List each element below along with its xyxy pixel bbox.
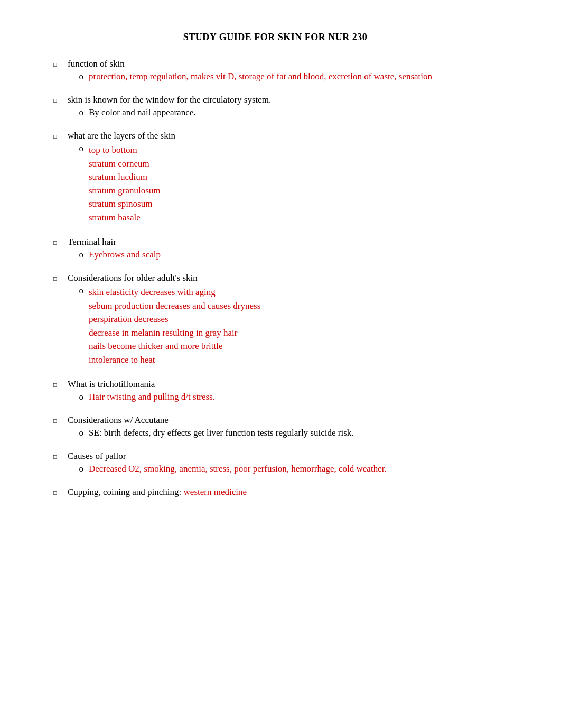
section-content: function of skinoprotection, temp regula…: [68, 59, 498, 83]
sub-line: sebum production decreases and causes dr…: [89, 299, 498, 313]
sub-list: otop to bottomstratum corneumstratum luc…: [68, 143, 498, 224]
page-title: STUDY GUIDE FOR SKIN FOR NUR 230: [53, 32, 498, 43]
sub-item: otop to bottomstratum corneumstratum luc…: [68, 143, 498, 224]
section-pallor: ◻Causes of palloroDecreased O2, smoking,…: [53, 451, 498, 475]
sub-bullet: o: [68, 392, 89, 402]
sub-list: oSE: birth defects, dry effects get live…: [68, 428, 498, 438]
section-content: skin is known for the window for the cir…: [68, 95, 498, 119]
sub-item: oHair twisting and pulling d/t stress.: [68, 392, 498, 402]
section-older-adult-skin: ◻Considerations for older adult's skinos…: [53, 273, 498, 367]
sub-item: oSE: birth defects, dry effects get live…: [68, 428, 498, 438]
bullet-char: ◻: [53, 59, 68, 67]
sub-content: SE: birth defects, dry effects get liver…: [89, 428, 498, 438]
bullet-char: ◻: [53, 415, 68, 423]
sub-item: oskin elasticity decreases with agingseb…: [68, 285, 498, 366]
bullet-char: ◻: [53, 131, 68, 139]
section-label: Cupping, coining and pinching: western m…: [68, 487, 247, 497]
sub-line: top to bottom: [89, 143, 498, 157]
sub-text: SE: birth defects, dry effects get liver…: [89, 428, 354, 438]
sub-content: Decreased O2, smoking, anemia, stress, p…: [89, 464, 498, 474]
sub-content: skin elasticity decreases with agingsebu…: [89, 285, 498, 366]
sub-bullet: o: [68, 285, 89, 296]
sub-item: oDecreased O2, smoking, anemia, stress, …: [68, 464, 498, 474]
sub-bullet: o: [68, 107, 89, 118]
sub-list: oHair twisting and pulling d/t stress.: [68, 392, 498, 402]
sub-text: protection, temp regulation, makes vit D…: [89, 71, 432, 81]
sub-line: intolerance to heat: [89, 353, 498, 367]
section-terminal-hair: ◻Terminal hairoEyebrows and scalp: [53, 237, 498, 261]
sub-bullet: o: [68, 71, 89, 82]
section-label: Considerations for older adult's skin: [68, 273, 498, 283]
sub-line: stratum spinosum: [89, 197, 498, 211]
section-content: Causes of palloroDecreased O2, smoking, …: [68, 451, 498, 475]
section-cupping: ◻Cupping, coining and pinching: western …: [53, 487, 498, 497]
bullet-char: ◻: [53, 451, 68, 459]
section-label: skin is known for the window for the cir…: [68, 95, 498, 105]
sub-content: top to bottomstratum corneumstratum lucd…: [89, 143, 498, 224]
section-content: what are the layers of the skinotop to b…: [68, 131, 498, 225]
sub-text: By color and nail appearance.: [89, 107, 196, 117]
bullet-char: ◻: [53, 379, 68, 388]
section-content: What is trichotillomaniaoHair twisting a…: [68, 379, 498, 403]
section-label: what are the layers of the skin: [68, 131, 498, 141]
sub-list: oEyebrows and scalp: [68, 250, 498, 260]
section-inline-red: western medicine: [184, 487, 247, 497]
sub-item: oprotection, temp regulation, makes vit …: [68, 71, 498, 82]
bullet-char: ◻: [53, 95, 68, 103]
sub-line: skin elasticity decreases with aging: [89, 285, 498, 299]
sub-content: protection, temp regulation, makes vit D…: [89, 71, 498, 82]
section-layers-of-skin: ◻what are the layers of the skinotop to …: [53, 131, 498, 225]
section-accutane: ◻Considerations w/ AccutaneoSE: birth de…: [53, 415, 498, 439]
sub-list: oBy color and nail appearance.: [68, 107, 498, 118]
section-label: Considerations w/ Accutane: [68, 415, 498, 426]
section-skin-circulatory: ◻skin is known for the window for the ci…: [53, 95, 498, 119]
section-content: Considerations w/ AccutaneoSE: birth def…: [68, 415, 498, 439]
sub-content: Hair twisting and pulling d/t stress.: [89, 392, 498, 402]
sub-list: oskin elasticity decreases with agingseb…: [68, 285, 498, 366]
sub-bullet: o: [68, 250, 89, 260]
section-content: Terminal hairoEyebrows and scalp: [68, 237, 498, 261]
sub-line: decrease in melanin resulting in gray ha…: [89, 326, 498, 340]
sub-text: Eyebrows and scalp: [89, 250, 161, 260]
sub-line: perspiration decreases: [89, 312, 498, 326]
sub-item: oEyebrows and scalp: [68, 250, 498, 260]
sub-content: By color and nail appearance.: [89, 107, 498, 118]
bullet-char: ◻: [53, 237, 68, 245]
sub-line: nails become thicker and more brittle: [89, 339, 498, 353]
sub-list: oprotection, temp regulation, makes vit …: [68, 71, 498, 82]
sub-list: oDecreased O2, smoking, anemia, stress, …: [68, 464, 498, 474]
sub-bullet: o: [68, 143, 89, 154]
section-content: Cupping, coining and pinching: western m…: [68, 487, 498, 497]
sub-text: Decreased O2, smoking, anemia, stress, p…: [89, 464, 387, 474]
section-label: function of skin: [68, 59, 498, 69]
bullet-char: ◻: [53, 487, 68, 495]
sub-bullet: o: [68, 464, 89, 474]
sub-text: Hair twisting and pulling d/t stress.: [89, 392, 215, 402]
sub-item: oBy color and nail appearance.: [68, 107, 498, 118]
sub-line: stratum lucdium: [89, 170, 498, 184]
section-label: What is trichotillomania: [68, 379, 498, 390]
sub-line: stratum granulosum: [89, 184, 498, 198]
section-function-of-skin: ◻function of skinoprotection, temp regul…: [53, 59, 498, 83]
section-label: Terminal hair: [68, 237, 498, 247]
sub-line: stratum corneum: [89, 157, 498, 171]
sub-line: stratum basale: [89, 211, 498, 225]
section-label: Causes of pallor: [68, 451, 498, 462]
sub-content: Eyebrows and scalp: [89, 250, 498, 260]
section-content: Considerations for older adult's skinosk…: [68, 273, 498, 367]
section-trichotillomania: ◻What is trichotillomaniaoHair twisting …: [53, 379, 498, 403]
bullet-char: ◻: [53, 273, 68, 281]
sections-container: ◻function of skinoprotection, temp regul…: [53, 59, 498, 497]
sub-bullet: o: [68, 428, 89, 438]
